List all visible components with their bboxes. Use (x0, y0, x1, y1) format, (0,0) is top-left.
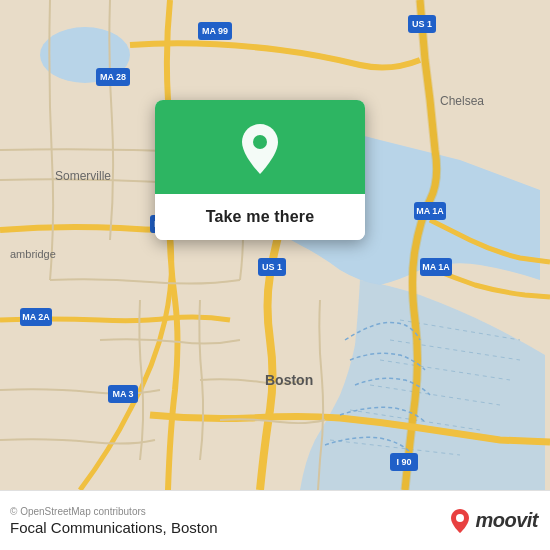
map-container: US 1 MA 99 MA 28 MA 28 US 1 MA 1A MA 1A … (0, 0, 550, 490)
location-text: Focal Communications, Boston (10, 519, 218, 536)
svg-point-33 (253, 135, 267, 149)
svg-text:Chelsea: Chelsea (440, 94, 484, 108)
svg-point-34 (456, 514, 464, 522)
svg-text:MA 1A: MA 1A (422, 262, 450, 272)
moovit-pin-icon (449, 508, 471, 534)
map-background: US 1 MA 99 MA 28 MA 28 US 1 MA 1A MA 1A … (0, 0, 550, 490)
svg-text:Somerville: Somerville (55, 169, 111, 183)
popup-card: Take me there (155, 100, 365, 240)
svg-text:MA 1A: MA 1A (416, 206, 444, 216)
svg-text:MA 28: MA 28 (100, 72, 126, 82)
take-me-there-button[interactable]: Take me there (155, 194, 365, 240)
bottom-left-info: © OpenStreetMap contributors Focal Commu… (10, 506, 218, 536)
svg-text:I 90: I 90 (396, 457, 411, 467)
svg-text:US 1: US 1 (412, 19, 432, 29)
copyright-text: © OpenStreetMap contributors (10, 506, 218, 517)
svg-text:MA 99: MA 99 (202, 26, 228, 36)
bottom-bar: © OpenStreetMap contributors Focal Commu… (0, 490, 550, 550)
svg-text:US 1: US 1 (262, 262, 282, 272)
moovit-brand-text: moovit (475, 509, 538, 532)
moovit-logo: moovit (449, 508, 538, 534)
popup-header (155, 100, 365, 194)
svg-text:MA 2A: MA 2A (22, 312, 50, 322)
location-pin-icon (237, 122, 283, 176)
svg-text:MA 3: MA 3 (112, 389, 133, 399)
svg-text:Boston: Boston (265, 372, 313, 388)
svg-text:ambridge: ambridge (10, 248, 56, 260)
